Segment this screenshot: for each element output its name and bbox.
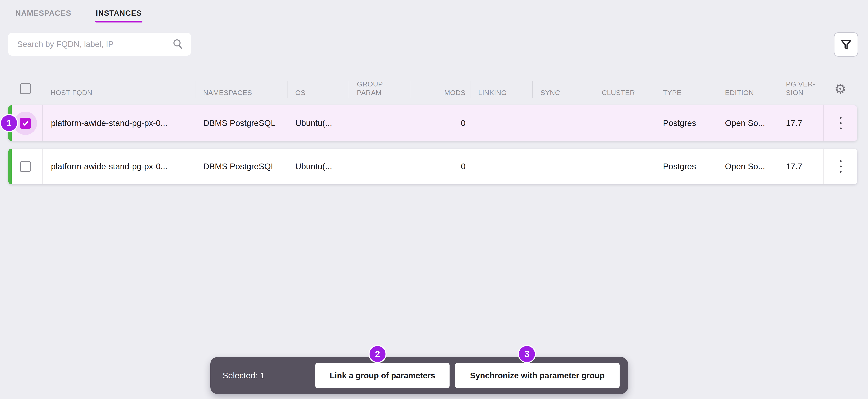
row-checkbox[interactable] [20, 161, 31, 172]
cell-group-param [349, 148, 410, 185]
column-header-sync: SYNC [532, 88, 594, 99]
instances-page: NAMESPACES INSTANCES HOST FQDN NAMESPACE… [0, 0, 868, 399]
page-tabs: NAMESPACES INSTANCES [16, 9, 142, 18]
cell-type: Postgres [655, 148, 717, 185]
selected-count-label: Selected: 1 [223, 371, 265, 380]
row-actions-cell [824, 105, 857, 141]
kebab-menu-icon[interactable] [836, 113, 846, 133]
tab-namespaces[interactable]: NAMESPACES [16, 9, 71, 18]
search-input[interactable] [17, 40, 172, 49]
cell-os: Ubuntu(... [287, 148, 349, 185]
gear-icon: ⚙︎ [834, 82, 846, 96]
column-header-cluster: CLUSTER [594, 88, 655, 99]
table-header: HOST FQDN NAMESPACES OS GROUPPARAM MODS … [8, 79, 857, 99]
column-header-host-fqdn: HOST FQDN [42, 88, 195, 99]
synchronize-parameter-group-button[interactable]: Synchronize with parameter group [455, 363, 620, 388]
cell-os: Ubuntu(... [287, 105, 349, 141]
cell-sync [532, 148, 594, 185]
cell-namespaces: DBMS PostgreSQL [195, 105, 287, 141]
filter-button[interactable] [834, 32, 858, 57]
column-header-group-param: GROUPPARAM [349, 80, 410, 99]
cell-group-param [349, 105, 410, 141]
column-settings-button[interactable]: ⚙︎ [824, 82, 857, 96]
cell-type: Postgres [655, 105, 717, 141]
link-parameter-group-button[interactable]: Link a group of parameters [315, 363, 450, 388]
search-box [8, 33, 191, 56]
column-header-linking: LINKING [470, 88, 532, 99]
annotation-badge-2: 2 [369, 345, 386, 363]
cell-namespaces: DBMS PostgreSQL [195, 148, 287, 185]
cell-cluster [594, 148, 655, 185]
tab-instances[interactable]: INSTANCES [96, 9, 142, 18]
cell-edition: Open So... [717, 148, 778, 185]
cell-host-fqdn: platform-awide-stand-pg-px-0... [42, 105, 195, 141]
cell-cluster [594, 105, 655, 141]
column-header-pg-version: PG VER-SION [778, 80, 824, 99]
select-all-checkbox[interactable] [20, 83, 31, 94]
cell-linking [470, 148, 532, 185]
cell-linking [470, 105, 532, 141]
cell-mods: 0 [410, 148, 470, 185]
cell-mods: 0 [410, 105, 470, 141]
table-row[interactable]: platform-awide-stand-pg-px-0... DBMS Pos… [8, 105, 857, 141]
annotation-badge-1: 1 [0, 114, 18, 132]
column-header-mods: MODS [410, 88, 470, 99]
selection-bar-buttons: Link a group of parameters Synchronize w… [315, 363, 620, 388]
column-header-edition: EDITION [717, 88, 778, 99]
cell-sync [532, 105, 594, 141]
cell-host-fqdn: platform-awide-stand-pg-px-0... [42, 148, 195, 185]
selection-action-bar: Selected: 1 Link a group of parameters S… [210, 357, 628, 394]
column-header-type: TYPE [655, 88, 717, 99]
kebab-menu-icon[interactable] [836, 156, 846, 177]
annotation-badge-3: 3 [518, 345, 536, 363]
cell-pg-version: 17.7 [778, 105, 824, 141]
row-actions-cell [824, 148, 857, 185]
cell-pg-version: 17.7 [778, 148, 824, 185]
column-header-os: OS [287, 88, 349, 99]
cell-edition: Open So... [717, 105, 778, 141]
row-checkbox[interactable] [20, 118, 31, 129]
funnel-icon [840, 39, 852, 50]
magnifier-icon [172, 38, 184, 50]
column-header-namespaces: NAMESPACES [195, 88, 287, 99]
table-row[interactable]: platform-awide-stand-pg-px-0... DBMS Pos… [8, 148, 857, 185]
